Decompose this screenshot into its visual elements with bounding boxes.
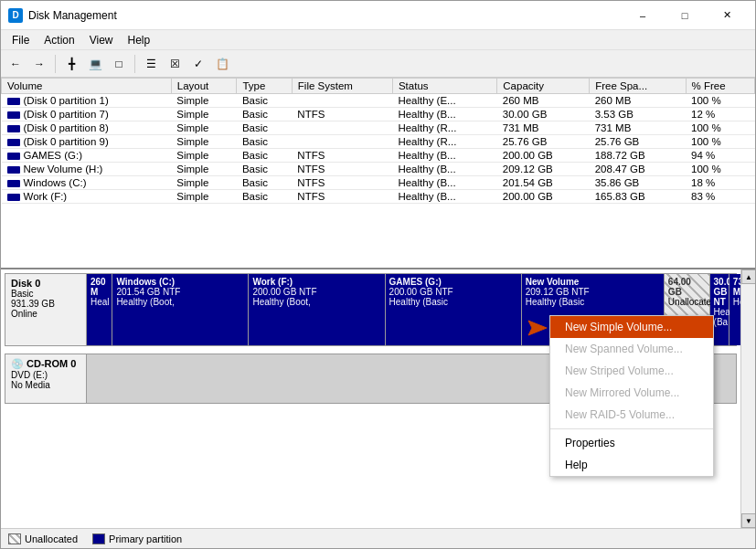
table-cell-7: 83 % bbox=[686, 190, 755, 204]
ctx-item-6[interactable]: Properties bbox=[550, 432, 713, 454]
toolbar-btn-7[interactable]: 📋 bbox=[211, 54, 233, 74]
table-cell-5: 200.00 GB bbox=[497, 149, 590, 163]
table-row[interactable]: Work (F:)SimpleBasicNTFSHealthy (B...200… bbox=[2, 190, 755, 204]
col-capacity[interactable]: Capacity bbox=[497, 79, 590, 94]
legend-unallocated: Unallocated bbox=[8, 533, 78, 544]
table-cell-6: 3.53 GB bbox=[590, 108, 686, 121]
table-cell-1: Simple bbox=[171, 149, 237, 163]
toolbar-btn-6[interactable]: ✓ bbox=[187, 54, 209, 74]
back-button[interactable]: ← bbox=[5, 54, 27, 74]
table-row[interactable]: (Disk 0 partition 7)SimpleBasicNTFSHealt… bbox=[2, 108, 755, 121]
menu-file[interactable]: File bbox=[5, 32, 37, 48]
table-cell-1: Simple bbox=[171, 94, 237, 108]
partition-name-7: 731 M bbox=[733, 277, 740, 297]
main-window: D Disk Management – □ ✕ File Action View… bbox=[0, 0, 756, 549]
ctx-item-0[interactable]: New Simple Volume... bbox=[550, 316, 713, 338]
table-cell-0: New Volume (H:) bbox=[2, 163, 172, 176]
table-cell-4: Healthy (E... bbox=[392, 94, 496, 108]
partition-size-5: Unallocated bbox=[668, 297, 706, 307]
col-volume[interactable]: Volume bbox=[2, 79, 172, 94]
table-cell-4: Healthy (R... bbox=[392, 135, 496, 149]
table-cell-3: NTFS bbox=[292, 190, 392, 204]
col-type[interactable]: Type bbox=[237, 79, 292, 94]
toolbar-btn-3[interactable]: □ bbox=[108, 54, 130, 74]
table-cell-0: GAMES (G:) bbox=[2, 149, 172, 163]
partition-0[interactable]: 260 MHeal bbox=[87, 274, 112, 345]
toolbar-btn-5[interactable]: ☒ bbox=[164, 54, 186, 74]
ctx-item-4: New RAID-5 Volume... bbox=[550, 404, 713, 426]
table-cell-1: Simple bbox=[171, 163, 237, 176]
table-cell-0: (Disk 0 partition 7) bbox=[2, 108, 172, 121]
legend-primary-label: Primary partition bbox=[109, 533, 182, 544]
table-cell-2: Basic bbox=[237, 163, 292, 176]
partition-name-1: Windows (C:) bbox=[116, 277, 244, 287]
partition-7[interactable]: 731 MHealth bbox=[729, 274, 740, 345]
window-title: Disk Management bbox=[28, 9, 622, 22]
table-cell-5: 201.54 GB bbox=[497, 176, 590, 190]
ctx-separator-5 bbox=[550, 428, 713, 429]
partition-name-5: 64.00 GB bbox=[668, 277, 706, 297]
col-free[interactable]: Free Spa... bbox=[590, 79, 686, 94]
ctx-item-7[interactable]: Help bbox=[550, 454, 713, 476]
scrollbar-vertical[interactable]: ▲ ▼ bbox=[740, 269, 755, 528]
partition-status-1: Healthy (Boot, bbox=[116, 297, 244, 307]
table-cell-2: Basic bbox=[237, 135, 292, 149]
partition-name-0: 260 M bbox=[91, 277, 108, 297]
table-cell-2: Basic bbox=[237, 108, 292, 121]
disk0-label: Disk 0 Basic 931.39 GB Online bbox=[5, 273, 87, 346]
legend: Unallocated Primary partition bbox=[1, 528, 755, 548]
restore-button[interactable]: □ bbox=[664, 1, 706, 30]
partition-name-6: 30.00 GB NT bbox=[714, 277, 725, 307]
cdrom-extra: No Media bbox=[11, 380, 80, 390]
table-cell-4: Healthy (B... bbox=[392, 190, 496, 204]
disk0-name: Disk 0 bbox=[11, 278, 80, 289]
toolbar-btn-2[interactable]: 💻 bbox=[84, 54, 106, 74]
partition-1[interactable]: Windows (C:)201.54 GB NTFHealthy (Boot, bbox=[112, 274, 249, 345]
table-cell-4: Healthy (B... bbox=[392, 176, 496, 190]
table-cell-5: 30.00 GB bbox=[497, 108, 590, 121]
scroll-down-button[interactable]: ▼ bbox=[741, 513, 755, 528]
table-row[interactable]: Windows (C:)SimpleBasicNTFSHealthy (B...… bbox=[2, 176, 755, 190]
partition-size-0: Heal bbox=[91, 297, 108, 307]
table-cell-0: Windows (C:) bbox=[2, 176, 172, 190]
partition-size-1: 201.54 GB NTF bbox=[116, 287, 244, 297]
close-button[interactable]: ✕ bbox=[706, 1, 748, 30]
table-row[interactable]: New Volume (H:)SimpleBasicNTFSHealthy (B… bbox=[2, 163, 755, 176]
legend-unallocated-label: Unallocated bbox=[25, 533, 78, 544]
table-cell-2: Basic bbox=[237, 176, 292, 190]
col-status[interactable]: Status bbox=[392, 79, 496, 94]
table-row[interactable]: (Disk 0 partition 8)SimpleBasicHealthy (… bbox=[2, 121, 755, 135]
table-row[interactable]: (Disk 0 partition 1)SimpleBasicHealthy (… bbox=[2, 94, 755, 108]
table-cell-4: Healthy (B... bbox=[392, 163, 496, 176]
col-fs[interactable]: File System bbox=[292, 79, 392, 94]
cdrom-type: DVD (E:) bbox=[11, 370, 80, 380]
table-area: Volume Layout Type File System Status Ca… bbox=[1, 78, 755, 269]
table-cell-4: Healthy (B... bbox=[392, 149, 496, 163]
toolbar-btn-4[interactable]: ☰ bbox=[140, 54, 162, 74]
window-controls: – □ ✕ bbox=[622, 1, 748, 30]
scroll-track[interactable] bbox=[741, 284, 755, 513]
menu-help[interactable]: Help bbox=[121, 32, 158, 48]
table-cell-3: NTFS bbox=[292, 108, 392, 121]
col-layout[interactable]: Layout bbox=[171, 79, 237, 94]
context-menu-arrow bbox=[521, 319, 548, 340]
table-row[interactable]: (Disk 0 partition 9)SimpleBasicHealthy (… bbox=[2, 135, 755, 149]
forward-button[interactable]: → bbox=[28, 54, 50, 74]
table-cell-7: 100 % bbox=[686, 94, 755, 108]
table-cell-2: Basic bbox=[237, 149, 292, 163]
partition-2[interactable]: Work (F:)200.00 GB NTFHealthy (Boot, bbox=[249, 274, 385, 345]
minimize-button[interactable]: – bbox=[622, 1, 664, 30]
table-cell-0: Work (F:) bbox=[2, 190, 172, 204]
table-cell-6: 731 MB bbox=[590, 121, 686, 135]
lower-panel: Disk 0 Basic 931.39 GB Online 260 MHealW… bbox=[1, 269, 755, 528]
partition-size-3: 200.00 GB NTF bbox=[389, 287, 517, 297]
partition-3[interactable]: GAMES (G:)200.00 GB NTFHealthy (Basic bbox=[386, 274, 522, 345]
table-cell-4: Healthy (B... bbox=[392, 108, 496, 121]
menu-action[interactable]: Action bbox=[37, 32, 81, 48]
col-pct[interactable]: % Free bbox=[686, 79, 755, 94]
toolbar-btn-1[interactable]: ╋ bbox=[60, 54, 82, 74]
menu-view[interactable]: View bbox=[82, 32, 121, 48]
scroll-up-button[interactable]: ▲ bbox=[741, 269, 755, 284]
table-row[interactable]: GAMES (G:)SimpleBasicNTFSHealthy (B...20… bbox=[2, 149, 755, 163]
partition-status-2: Healthy (Boot, bbox=[252, 297, 380, 307]
